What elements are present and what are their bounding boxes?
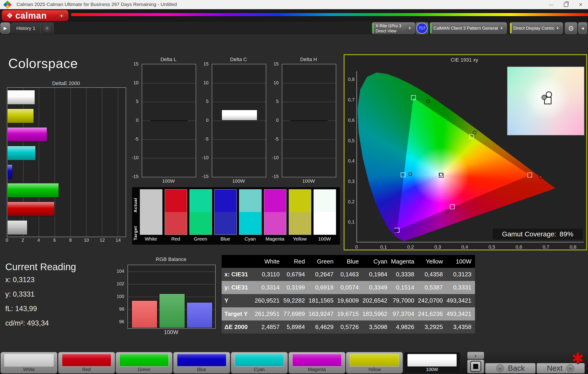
table-row-label: Target Y — [222, 307, 255, 321]
measured-marker-green — [426, 99, 430, 103]
pattern-button-blue[interactable]: Blue — [173, 352, 230, 374]
display-control-label: Direct Display Control — [513, 26, 556, 31]
meter-chevron[interactable]: ▼ — [406, 25, 413, 32]
title-bar: Calman 2025 Calman Ultimate for Business… — [0, 0, 588, 9]
brand-band: ❖ calman ▼ — [0, 9, 588, 21]
gridline — [212, 102, 266, 102]
pattern-button-red[interactable]: Red — [58, 352, 115, 374]
pattern-window-icon — [470, 361, 481, 372]
axis-tick-label: 0,7 — [348, 97, 355, 102]
axis-tick-label: -5 — [134, 136, 138, 141]
pattern-window-up-button[interactable]: ▲ — [467, 352, 484, 359]
current-reading-title: Current Reading — [5, 261, 76, 272]
axis-tick-label: 0 — [136, 118, 138, 123]
table-cell: 0,2647 — [308, 268, 337, 281]
brand-name: calman — [15, 11, 47, 21]
gridline — [282, 139, 336, 140]
rgb-bar-green — [159, 293, 185, 329]
meter-dropdown[interactable]: X-Rite i1Pro 3 Direct View ▼ — [372, 22, 415, 34]
tab-history-1[interactable]: History 1 — [11, 23, 41, 34]
inset-measured-circle — [546, 91, 552, 98]
display-control-chevron[interactable]: ▼ — [554, 25, 561, 32]
display-control-dropdown[interactable]: Direct Display Control ▼ — [509, 22, 563, 34]
pattern-button-100w[interactable]: 100W — [404, 352, 461, 374]
axis-tick-label: -10 — [132, 155, 138, 160]
pattern-swatch — [177, 354, 226, 366]
pattern-swatch — [235, 354, 284, 366]
delta-zero-bar — [290, 120, 328, 121]
swatch-column-blue: Blue — [214, 189, 237, 235]
gamut-coverage-label: Gamut Coverage: — [502, 230, 556, 238]
display-control-status-bar — [510, 23, 512, 33]
collapse-panel-button[interactable]: ◀ — [578, 22, 588, 34]
delta-x-label: 100W — [142, 178, 195, 184]
add-tab-button[interactable]: + — [41, 23, 53, 34]
table-cell: 0,3123 — [447, 268, 475, 281]
table-header-blue: Blue — [337, 255, 362, 268]
calman-diamond-icon: ❖ — [6, 11, 13, 20]
settings-button[interactable]: ⚙ — [565, 22, 578, 34]
gridline — [128, 272, 215, 272]
pattern-label: Cyan — [231, 367, 288, 372]
table-cell: 3,5098 — [362, 321, 391, 333]
axis-tick-label: 5 — [206, 99, 209, 104]
pattern-button-cyan[interactable]: Cyan — [231, 352, 288, 374]
target-marker-yellow — [469, 134, 474, 139]
close-button[interactable]: ✕ — [573, 0, 588, 9]
pattern-generator-dropdown[interactable]: CalMAN Client 3 Pattern Generator ▼ — [430, 22, 507, 34]
calman-menu-button[interactable]: ❖ calman ▼ — [2, 10, 68, 21]
axis-tick-label: 0,6 — [348, 118, 355, 123]
pattern-button-magenta[interactable]: Magenta — [288, 352, 346, 374]
table-cell: 0,6918 — [308, 281, 337, 294]
swatch-column-red: Red — [165, 189, 187, 235]
table-header-magenta: Magenta — [391, 255, 418, 268]
restore-button[interactable] — [559, 0, 573, 9]
pattern-button-yellow[interactable]: Yellow — [346, 352, 403, 374]
axis-tick-label: 15 — [134, 61, 138, 67]
back-label: Back — [508, 364, 525, 373]
pattern-button-white[interactable]: White — [0, 352, 57, 374]
table-cell: 0,1463 — [337, 268, 362, 281]
pattern-window-button[interactable] — [467, 360, 484, 373]
delta-chart-title: Delta C — [212, 56, 265, 63]
table-cell: 6,4629 — [308, 321, 337, 333]
pattern-generator-chevron[interactable]: ▼ — [498, 25, 505, 32]
table-cell: 241,6236 — [418, 307, 447, 321]
deltae-bar-red — [7, 202, 54, 216]
measured-marker-yellow — [473, 131, 476, 134]
calman-logo-icon — [4, 1, 11, 9]
calman-menu-chevron[interactable]: ▼ — [58, 12, 65, 20]
axis-tick-label: 10 — [134, 80, 138, 85]
axis-tick-label: 0,3 — [348, 179, 355, 184]
next-label: Next — [547, 364, 563, 373]
page-title: Colorspace — [8, 56, 78, 71]
back-button[interactable]: « Back — [485, 363, 536, 374]
axis-tick-label: 0,8 — [348, 76, 355, 82]
target-swatch — [289, 212, 311, 235]
table-cell: 0,3314 — [255, 281, 283, 294]
axis-tick-label: 0,5 — [348, 138, 355, 143]
measured-marker-cyan — [408, 172, 412, 176]
pattern-button-green[interactable]: Green — [116, 352, 172, 374]
table-cell: 77,6989 — [283, 307, 308, 321]
rgb-balance-x-label: 100W — [127, 329, 215, 335]
table-row-label: y: CIE31 — [222, 281, 255, 294]
table-cell: 181,1565 — [308, 294, 337, 307]
minimize-button[interactable]: — — [544, 0, 559, 9]
rgb-bar-red — [131, 300, 158, 328]
gridline — [212, 83, 266, 83]
table-cell: 0,6794 — [283, 268, 308, 281]
delta-x-label: 100W — [212, 178, 265, 184]
table-cell: 0,3199 — [283, 281, 308, 294]
calman-app: Calman 2025 Calman Ultimate for Business… — [0, 0, 588, 374]
table-header-white: White — [255, 255, 283, 268]
table-header-green: Green — [308, 255, 337, 268]
workflow-arrow-button[interactable]: ▶ — [0, 22, 10, 33]
gridline — [86, 88, 86, 237]
table-cell: 2,4857 — [255, 321, 283, 333]
axis-tick-label: 0 — [206, 118, 209, 123]
gridline — [128, 284, 215, 284]
swatch-label: Cyan — [239, 236, 261, 242]
rgb-balance-chart — [127, 265, 216, 329]
axis-tick-label: 0,4 — [348, 158, 355, 164]
